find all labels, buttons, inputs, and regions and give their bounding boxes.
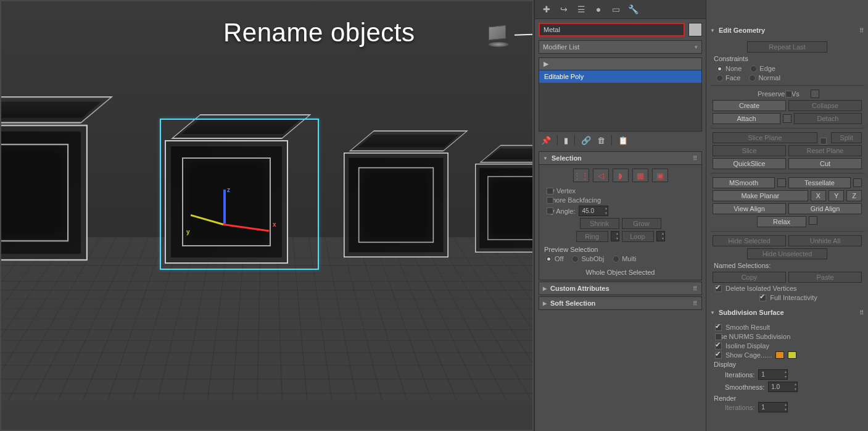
cage-color-b[interactable] bbox=[788, 351, 796, 359]
rollout-selection: ▼ Selection ⠿ ⋮⋮ ◁ ◗ ▦ ▣ By Vertex Ignor… bbox=[539, 151, 702, 280]
viewport[interactable]: xyz Rename objects bbox=[0, 0, 534, 431]
configure-sets-icon[interactable]: 📋 bbox=[618, 136, 628, 145]
view-align-button[interactable]: View Align bbox=[713, 203, 786, 214]
cage-color-a[interactable] bbox=[775, 351, 784, 359]
tessellate-button[interactable]: Tessellate bbox=[788, 177, 851, 188]
panel-tabs: ✚ ↪ ☰ ● ▭ 🔧 bbox=[535, 0, 706, 19]
nurms-check[interactable]: Use NURMS Subdivision bbox=[715, 333, 862, 340]
pin-stack-icon[interactable]: 📌 bbox=[541, 136, 551, 145]
named-sel-paste-button[interactable]: Paste bbox=[788, 272, 862, 283]
preserve-uvs-check[interactable]: Preserve UVs bbox=[715, 90, 862, 98]
collapse-button[interactable]: Collapse bbox=[788, 100, 862, 111]
scene-box-2[interactable] bbox=[344, 153, 448, 257]
preserve-uvs-settings-icon[interactable] bbox=[811, 90, 819, 98]
show-end-result-icon[interactable]: ▮ bbox=[564, 136, 568, 145]
detach-button[interactable]: Detach bbox=[794, 113, 862, 124]
preview-off-radio[interactable] bbox=[545, 256, 552, 262]
slice-button[interactable]: Slice bbox=[713, 145, 786, 156]
show-cage-check[interactable]: Show Cage...... bbox=[715, 351, 862, 359]
hide-selected-button[interactable]: Hide Selected bbox=[713, 235, 786, 246]
preview-subobj-radio[interactable] bbox=[572, 256, 579, 262]
subobj-edge[interactable]: ◁ bbox=[593, 169, 609, 182]
grow-button[interactable]: Grow bbox=[622, 218, 661, 229]
object-name-input[interactable] bbox=[539, 23, 685, 36]
hide-unselected-button[interactable]: Hide Unselected bbox=[747, 248, 827, 259]
tab-hierarchy[interactable]: ☰ bbox=[573, 2, 589, 16]
scene-box-0[interactable] bbox=[0, 125, 88, 261]
ring-button[interactable]: Ring bbox=[576, 231, 608, 242]
grid-align-button[interactable]: Grid Align bbox=[788, 203, 862, 214]
create-button[interactable]: Create bbox=[713, 100, 786, 111]
planar-x-button[interactable]: X bbox=[811, 190, 826, 201]
constraint-face-radio[interactable] bbox=[716, 75, 723, 82]
smooth-result-check[interactable]: Smooth Result bbox=[715, 324, 862, 331]
ignore-backfacing-check[interactable]: Ignore Backfacing bbox=[547, 196, 696, 204]
tab-display[interactable]: ▭ bbox=[608, 2, 624, 16]
named-selections-label: Named Selections: bbox=[714, 262, 861, 269]
reset-plane-button[interactable]: Reset Plane bbox=[788, 145, 862, 156]
relax-button[interactable]: Relax bbox=[757, 216, 806, 227]
constraint-edge-radio[interactable] bbox=[750, 65, 757, 72]
shrink-button[interactable]: Shrink bbox=[580, 218, 619, 229]
planar-y-button[interactable]: Y bbox=[829, 190, 844, 201]
preview-selection-label: Preview Selection bbox=[544, 246, 696, 253]
ring-spinner[interactable] bbox=[611, 231, 619, 241]
split-button[interactable]: Split bbox=[831, 132, 862, 143]
msmooth-settings-icon[interactable] bbox=[777, 178, 786, 187]
preview-multi-radio[interactable] bbox=[613, 256, 619, 262]
full-interactivity-check[interactable]: Full Interactivity bbox=[715, 294, 862, 301]
rollout-edit-geometry-header[interactable]: ▼ Edit Geometry ⠿ bbox=[706, 23, 868, 37]
split-check[interactable] bbox=[820, 138, 827, 144]
repeat-last-button[interactable]: Repeat Last bbox=[747, 41, 827, 52]
remove-modifier-icon[interactable]: 🗑 bbox=[597, 136, 605, 145]
render-iterations-spinner[interactable]: 1 bbox=[758, 402, 788, 412]
subobj-border[interactable]: ◗ bbox=[613, 169, 629, 182]
by-angle-spinner[interactable]: 45.0 bbox=[579, 206, 608, 216]
msmooth-button[interactable]: MSmooth bbox=[713, 177, 775, 188]
annotation-leader-line bbox=[515, 33, 534, 36]
unhide-all-button[interactable]: Unhide All bbox=[788, 235, 862, 246]
slice-plane-button[interactable]: Slice Plane bbox=[713, 132, 817, 143]
make-unique-icon[interactable]: 🔗 bbox=[581, 136, 591, 145]
constraints-label: Constraints bbox=[714, 55, 861, 62]
named-sel-copy-button[interactable]: Copy bbox=[713, 272, 786, 283]
smoothness-spinner[interactable]: 1.0 bbox=[768, 382, 798, 392]
subobj-polygon[interactable]: ▦ bbox=[632, 169, 648, 182]
make-planar-button[interactable]: Make Planar bbox=[713, 190, 808, 201]
relax-settings-icon[interactable] bbox=[809, 216, 817, 225]
loop-button[interactable]: Loop bbox=[622, 231, 654, 242]
rollout-custom-attributes-header[interactable]: ▶ Custom Attributes ⠿ bbox=[539, 282, 702, 295]
rollout-subdivision-header[interactable]: ▼ Subdivision Surface ⠿ bbox=[706, 306, 868, 319]
tessellate-settings-icon[interactable] bbox=[853, 178, 862, 187]
attach-button[interactable]: Attach bbox=[713, 113, 780, 124]
by-angle-check[interactable]: By Angle: 45.0 bbox=[547, 206, 696, 216]
quickslice-button[interactable]: QuickSlice bbox=[713, 158, 786, 169]
tab-utilities[interactable]: 🔧 bbox=[625, 2, 641, 16]
rollout-selection-title: Selection bbox=[552, 154, 582, 162]
scene-box-3[interactable] bbox=[475, 164, 534, 253]
by-vertex-check[interactable]: By Vertex bbox=[547, 187, 696, 195]
tab-modify[interactable]: ↪ bbox=[556, 2, 572, 16]
rollout-selection-header[interactable]: ▼ Selection ⠿ bbox=[539, 151, 702, 165]
command-panel-right: ▼ Edit Geometry ⠿ Repeat Last Constraint… bbox=[706, 0, 868, 431]
delete-isolated-check[interactable]: Delete Isolated Vertices bbox=[715, 285, 862, 292]
loop-spinner[interactable] bbox=[656, 231, 665, 241]
annotation-cube-icon bbox=[489, 26, 513, 48]
tab-motion[interactable]: ● bbox=[590, 2, 606, 16]
modifier-stack[interactable]: ▶ Editable Poly bbox=[539, 57, 702, 132]
tab-create[interactable]: ✚ bbox=[539, 2, 555, 16]
attach-list-icon[interactable] bbox=[783, 114, 792, 123]
scene-box-selected[interactable] bbox=[165, 140, 288, 264]
cut-button[interactable]: Cut bbox=[788, 158, 862, 169]
isoline-check[interactable]: Isoline Display bbox=[715, 342, 862, 349]
iterations-spinner[interactable]: 1 bbox=[758, 369, 788, 380]
planar-z-button[interactable]: Z bbox=[846, 190, 862, 201]
object-color-swatch[interactable] bbox=[688, 23, 702, 36]
constraint-none-radio[interactable] bbox=[716, 65, 723, 72]
subobj-vertex[interactable]: ⋮⋮ bbox=[573, 169, 589, 182]
stack-item-editable-poly[interactable]: Editable Poly bbox=[539, 70, 701, 83]
constraint-normal-radio[interactable] bbox=[749, 75, 756, 82]
modifier-list-dropdown[interactable]: Modifier List bbox=[539, 40, 702, 54]
subobj-element[interactable]: ▣ bbox=[652, 169, 668, 182]
rollout-soft-selection-header[interactable]: ▶ Soft Selection ⠿ bbox=[539, 296, 702, 310]
